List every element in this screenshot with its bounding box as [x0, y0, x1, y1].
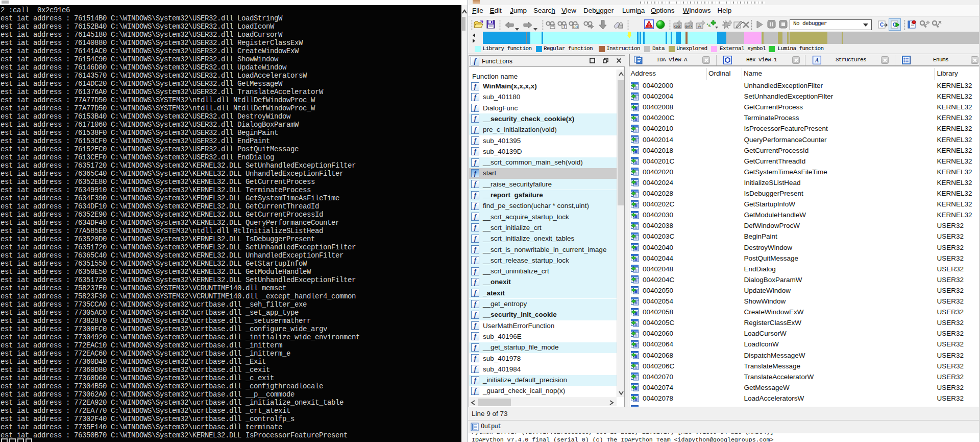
svg-text:‘s: ‘s — [706, 22, 711, 28]
svg-text:C: C — [880, 22, 884, 28]
svg-text:101: 101 — [573, 25, 578, 29]
svg-text:A: A — [814, 57, 819, 64]
svg-text:DATA: DATA — [685, 25, 693, 29]
svg-text:CODE: CODE — [674, 25, 681, 29]
svg-text:A: A — [698, 24, 701, 29]
svg-text:T: T — [563, 25, 566, 29]
